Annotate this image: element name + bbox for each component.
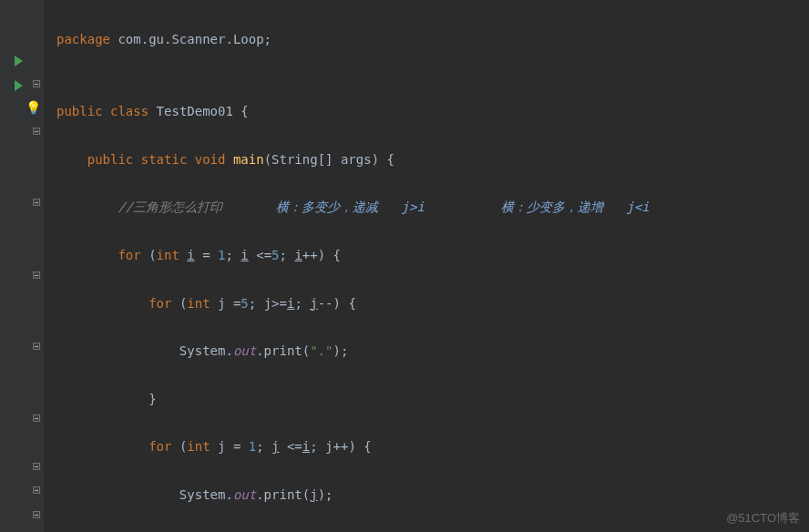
comment: 横：少变多，递增 j<i [501,200,650,214]
var: j [310,296,317,311]
var: i [241,248,248,262]
var: j [271,439,279,454]
fold-toggle-icon[interactable] [33,271,40,279]
punc: --) { [318,296,356,311]
fold-toggle-icon[interactable] [33,343,40,350]
number: 5 [241,296,248,311]
keyword: int [187,439,210,454]
var: j [310,487,317,502]
var: i [294,248,302,262]
punc: ); [318,487,333,502]
keyword: class [110,104,148,118]
fold-toggle-icon[interactable] [33,511,40,518]
field: out [233,343,256,358]
var: i [187,248,194,262]
keyword: void [195,152,226,167]
var: j [325,439,333,454]
code-line[interactable]: package com.gu.Scanner.Loop; [56,27,809,51]
op: <= [280,439,302,454]
fold-toggle-icon[interactable] [33,414,40,422]
punc: ); [333,343,348,358]
punc: ; [226,248,241,262]
code-line[interactable]: for (int j =5; j>=i; j--) { [56,292,809,315]
code-line[interactable]: public class TestDemo01 { [56,99,809,123]
params: (String[] args) { [264,152,394,167]
fold-toggle-icon[interactable] [33,463,40,470]
punc: ; [310,439,325,454]
fold-toggle-icon[interactable] [33,199,40,206]
watermark: @51CTO博客 [726,510,800,527]
keyword: static [141,152,188,167]
punc: ; [294,296,310,311]
code-area[interactable]: package com.gu.Scanner.Loop; public clas… [44,0,809,532]
number: 1 [249,439,256,454]
package-path: com.gu.Scanner.Loop; [110,32,271,46]
gutter: 💡 [0,0,44,532]
op: = [225,439,248,454]
sys: System. [179,343,233,358]
brace: } [148,392,156,406]
keyword: public [56,104,103,118]
sys: System. [179,487,233,502]
punc: ; [256,439,271,454]
number: 5 [271,248,279,262]
keyword: for [118,248,140,262]
string: "." [310,343,333,358]
punc: ; [249,296,264,311]
comment [425,200,501,214]
code-line[interactable]: public static void main(String[] args) { [56,148,809,171]
op: = [225,296,241,311]
punc: ++) { [302,248,341,262]
gutter-icons: 💡 [0,0,44,532]
run-icon[interactable] [15,80,23,91]
class-name: TestDemo01 { [148,104,249,118]
op: = [195,248,218,262]
code-line[interactable]: for (int i = 1; i <=5; i++) { [56,243,809,267]
comment: //三角形怎么打印 [118,200,276,214]
keyword: for [148,439,171,454]
keyword: package [56,32,110,46]
keyword: int [187,296,210,311]
keyword: int [157,248,179,262]
run-icon[interactable] [15,56,23,66]
field: out [233,487,256,502]
code-line[interactable]: //三角形怎么打印 横：多变少，递减 j>i 横：少变多，递增 j<i [56,195,809,219]
call: .print( [256,343,310,358]
number: 1 [218,248,225,262]
editor-root: 💡 package com.gu.Scanner.Loop; public cl… [0,0,809,532]
keyword: public [87,152,134,167]
punc: ++) { [333,439,372,454]
op: <= [249,248,271,262]
fold-column [33,0,42,532]
method-name: main [233,152,264,167]
code-line[interactable]: for (int j = 1; j <=i; j++) { [56,435,809,458]
code-line[interactable]: System.out.print(j); [56,483,809,506]
var: i [302,439,310,454]
keyword: for [148,296,171,311]
comment: 横：多变少，递减 j>i [276,200,425,214]
code-line[interactable]: } [56,387,809,411]
fold-toggle-icon[interactable] [33,80,40,87]
call: .print( [256,487,310,502]
fold-toggle-icon[interactable] [33,128,40,135]
code-line[interactable]: System.out.print("."); [56,339,809,363]
punc: ; [280,248,295,262]
cond: j>= [264,296,287,311]
fold-toggle-icon[interactable] [33,486,40,494]
